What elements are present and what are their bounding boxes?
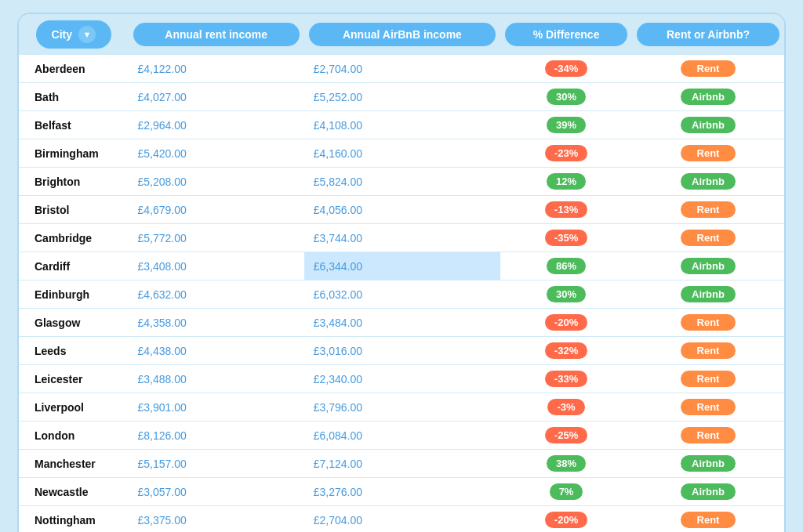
diff-cell: -20% <box>500 309 632 337</box>
rec-badge: Rent <box>681 427 736 443</box>
rent-cell: £8,126.00 <box>129 422 304 450</box>
city-cell: Leicester <box>19 365 129 393</box>
diff-badge: 39% <box>547 117 586 133</box>
diff-badge: -20% <box>545 314 587 331</box>
airbnb-cell: £5,824.00 <box>304 168 500 196</box>
airbnb-cell: £4,056.00 <box>304 196 500 224</box>
table-row: Liverpool£3,901.00£3,796.00-3%Rent <box>19 393 784 422</box>
rec-badge: Airbnb <box>681 455 736 472</box>
rec-badge: Rent <box>681 145 736 161</box>
diff-badge: -3% <box>547 399 584 415</box>
rec-cell: Rent <box>632 506 784 533</box>
diff-cell: 39% <box>500 111 632 139</box>
city-header[interactable]: City ▼ <box>19 14 129 55</box>
rent-cell: £5,208.00 <box>129 168 304 196</box>
city-cell: Liverpool <box>19 393 129 422</box>
city-cell: Leeds <box>19 337 129 365</box>
table-row: Belfast£2,964.00£4,108.0039%Airbnb <box>19 111 784 139</box>
diff-badge: -20% <box>545 512 587 528</box>
rent-cell: £4,438.00 <box>129 337 304 365</box>
airbnb-cell: £3,484.00 <box>304 309 500 337</box>
rec-cell: Airbnb <box>632 280 784 309</box>
diff-badge: -23% <box>545 145 587 161</box>
airbnb-cell: £3,796.00 <box>304 393 500 422</box>
city-cell: Glasgow <box>19 309 129 337</box>
airbnb-cell: £2,340.00 <box>304 365 500 393</box>
table-row: Glasgow£4,358.00£3,484.00-20%Rent <box>19 309 784 337</box>
rec-cell: Rent <box>632 55 784 83</box>
table-row: Bath£4,027.00£5,252.0030%Airbnb <box>19 83 784 111</box>
rec-badge: Airbnb <box>681 173 736 190</box>
airbnb-cell: £2,704.00 <box>304 506 500 533</box>
rent-cell: £4,122.00 <box>129 55 304 83</box>
city-cell: Bristol <box>19 196 129 224</box>
diff-cell: -33% <box>500 365 632 393</box>
rent-header: Annual rent income <box>129 14 304 55</box>
diff-badge: -34% <box>545 60 587 77</box>
city-cell: Bath <box>19 83 129 111</box>
table-row: Birmingham£5,420.00£4,160.00-23%Rent <box>19 139 784 168</box>
city-cell: Manchester <box>19 450 129 478</box>
table-row: Bristol£4,679.00£4,056.00-13%Rent <box>19 196 784 224</box>
rent-cell: £4,358.00 <box>129 309 304 337</box>
airbnb-cell: £5,252.00 <box>304 83 500 111</box>
diff-cell: -23% <box>500 139 632 168</box>
rec-cell: Airbnb <box>632 450 784 478</box>
city-cell: Nottingham <box>19 506 129 533</box>
table-row: Manchester£5,157.00£7,124.0038%Airbnb <box>19 450 784 478</box>
rent-cell: £4,027.00 <box>129 83 304 111</box>
rec-header-label: Rent or Airbnb? <box>667 28 750 41</box>
city-cell: Edinburgh <box>19 280 129 309</box>
airbnb-cell: £4,160.00 <box>304 139 500 168</box>
airbnb-cell: £3,744.00 <box>304 224 500 252</box>
diff-badge: 30% <box>547 89 586 105</box>
rec-badge: Rent <box>681 371 736 387</box>
rent-cell: £3,057.00 <box>129 478 304 506</box>
diff-cell: 38% <box>500 450 632 478</box>
diff-badge: -25% <box>545 427 587 443</box>
rent-cell: £4,679.00 <box>129 196 304 224</box>
diff-badge: 38% <box>547 455 586 472</box>
rec-badge: Rent <box>681 512 736 528</box>
diff-cell: -13% <box>500 196 632 224</box>
diff-badge: 86% <box>547 258 586 274</box>
diff-badge: -33% <box>545 371 587 387</box>
rec-badge: Rent <box>681 399 736 415</box>
rec-cell: Rent <box>632 309 784 337</box>
diff-badge: 7% <box>550 483 583 500</box>
airbnb-header: Annual AirBnB income <box>304 14 500 55</box>
diff-badge: -35% <box>545 230 587 246</box>
rec-badge: Airbnb <box>681 286 736 302</box>
diff-badge: 30% <box>547 286 586 302</box>
rent-cell: £5,420.00 <box>129 139 304 168</box>
airbnb-header-label: Annual AirBnB income <box>343 28 462 41</box>
airbnb-cell: £6,084.00 <box>304 422 500 450</box>
rec-badge: Rent <box>681 342 736 359</box>
rec-badge: Rent <box>681 60 736 77</box>
table-row: Cardiff£3,408.00£6,344.0086%Airbnb <box>19 252 784 280</box>
rec-cell: Rent <box>632 393 784 422</box>
rec-cell: Rent <box>632 337 784 365</box>
rec-cell: Airbnb <box>632 252 784 280</box>
diff-cell: 30% <box>500 280 632 309</box>
diff-cell: 86% <box>500 252 632 280</box>
diff-cell: -25% <box>500 422 632 450</box>
airbnb-cell: £3,276.00 <box>304 478 500 506</box>
header-row: City ▼ Annual rent income Annual AirBnB … <box>19 14 784 55</box>
rec-cell: Airbnb <box>632 478 784 506</box>
sort-icon[interactable]: ▼ <box>78 26 96 43</box>
city-cell: Newcastle <box>19 478 129 506</box>
diff-cell: -20% <box>500 506 632 533</box>
diff-cell: -32% <box>500 337 632 365</box>
diff-header: % Difference <box>500 14 632 55</box>
rec-cell: Airbnb <box>632 111 784 139</box>
rec-cell: Rent <box>632 422 784 450</box>
rent-cell: £3,488.00 <box>129 365 304 393</box>
diff-badge: -13% <box>545 201 587 218</box>
diff-cell: -34% <box>500 55 632 83</box>
rec-badge: Rent <box>681 230 736 246</box>
table-row: Leicester£3,488.00£2,340.00-33%Rent <box>19 365 784 393</box>
airbnb-cell: £4,108.00 <box>304 111 500 139</box>
data-table: City ▼ Annual rent income Annual AirBnB … <box>19 14 784 532</box>
diff-cell: 12% <box>500 168 632 196</box>
